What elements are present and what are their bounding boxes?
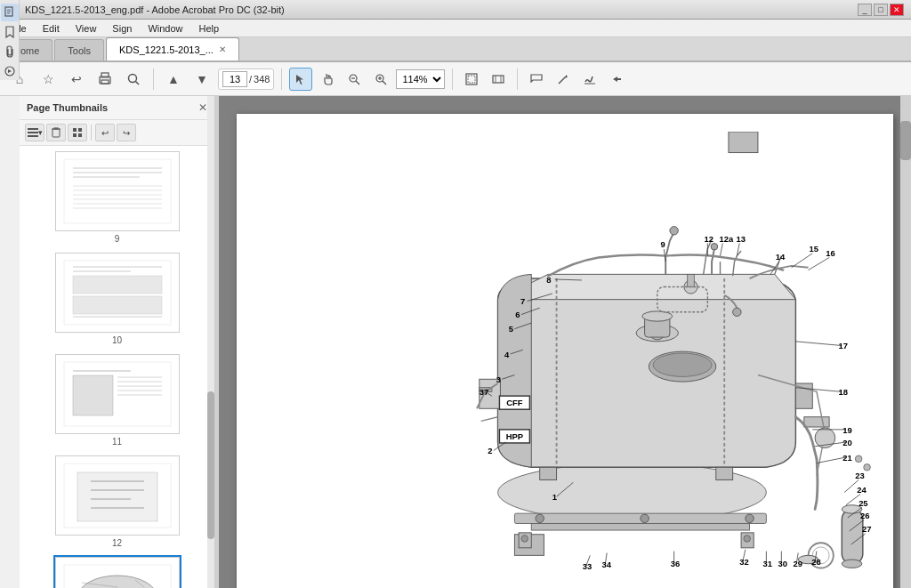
svg-text:3: 3 — [496, 375, 501, 384]
toolbar-sep-2 — [281, 68, 282, 90]
menu-sign[interactable]: Sign — [105, 21, 139, 36]
tab-doc[interactable]: KDS_1221.5-2013_... ✕ — [106, 37, 239, 60]
toolbar-fit-width-btn[interactable] — [487, 68, 510, 91]
svg-text:36: 36 — [671, 559, 680, 568]
tab-tools[interactable]: Tools — [54, 39, 104, 60]
left-panel-bookmark-btn[interactable] — [1, 23, 19, 41]
svg-rect-25 — [28, 132, 38, 133]
toolbar: ⌂ ☆ ↩ ▲ ▼ / 348 50%75%100%114%125%150%20… — [0, 62, 911, 96]
content-scrollbar[interactable] — [900, 96, 911, 588]
toolbar-hand-tool[interactable] — [316, 68, 339, 91]
toolbar-scroll-down-btn[interactable]: ▼ — [189, 67, 214, 92]
svg-rect-30 — [73, 128, 77, 132]
svg-text:12: 12 — [705, 234, 713, 244]
svg-rect-80 — [795, 383, 812, 408]
svg-line-9 — [383, 81, 386, 85]
svg-text:31: 31 — [763, 559, 772, 568]
thumb-img-11 — [55, 354, 180, 434]
svg-text:25: 25 — [859, 498, 867, 508]
toolbar-zoom-in-tool[interactable] — [369, 68, 392, 91]
thumb-label-10: 10 — [112, 335, 122, 345]
title-bar-text: KDS_1221.5-2013_eng.pdf - Adobe Acrobat … — [25, 4, 285, 15]
sidebar-toolbar: ▾ ↩ ↪ — [20, 120, 214, 146]
thumb-img-10 — [55, 253, 180, 333]
svg-line-143 — [795, 342, 842, 346]
sidebar-redo-btn[interactable]: ↪ — [117, 124, 136, 141]
toolbar-scroll-up-btn[interactable]: ▲ — [161, 67, 186, 92]
left-panel-pages-btn[interactable] — [1, 4, 19, 21]
menu-view[interactable]: View — [69, 21, 104, 36]
svg-rect-29 — [54, 127, 58, 129]
svg-rect-52 — [73, 375, 113, 415]
toolbar-sign-btn[interactable] — [578, 68, 601, 91]
menu-help[interactable]: Help — [192, 21, 227, 36]
toolbar-zoom-out-tool[interactable] — [343, 68, 366, 91]
toolbar-select-tool[interactable] — [289, 68, 312, 91]
svg-text:19: 19 — [842, 425, 851, 435]
sidebar-undo-btn[interactable]: ↩ — [95, 124, 115, 141]
close-button[interactable]: ✕ — [890, 4, 904, 16]
zoom-select[interactable]: 50%75%100%114%125%150%200% — [396, 69, 445, 89]
svg-text:9: 9 — [661, 239, 665, 249]
svg-text:29: 29 — [794, 559, 802, 568]
svg-rect-48 — [73, 296, 162, 314]
svg-line-133 — [720, 243, 722, 255]
sidebar-header: Page Thumbnails ✕ — [20, 96, 214, 120]
toolbar-sep-4 — [517, 68, 518, 90]
thumbnail-13[interactable]: 13 — [20, 557, 214, 588]
toolbar-bookmark-btn[interactable]: ☆ — [36, 67, 60, 92]
toolbar-fit-page-btn[interactable] — [460, 68, 483, 91]
svg-text:27: 27 — [862, 524, 871, 534]
toolbar-search-btn[interactable] — [121, 67, 146, 92]
svg-text:32: 32 — [739, 557, 748, 567]
thumb-img-13 — [55, 557, 180, 588]
thumbnail-9[interactable]: 9 — [20, 151, 214, 244]
thumbnail-12[interactable]: 12 — [20, 455, 214, 548]
svg-line-141 — [809, 257, 830, 270]
menu-edit[interactable]: Edit — [36, 21, 67, 36]
sidebar-options-btn[interactable]: ▾ — [25, 124, 44, 141]
svg-rect-34 — [64, 159, 171, 223]
toolbar-comment-btn[interactable] — [525, 68, 548, 91]
svg-point-87 — [746, 514, 754, 522]
toolbar-draw-btn[interactable] — [552, 68, 575, 91]
svg-text:18: 18 — [838, 387, 847, 397]
pdf-content-area[interactable]: CFF HPP 1 2 3 4 — [219, 96, 911, 588]
tab-bar: Home Tools KDS_1221.5-2013_... ✕ — [0, 37, 911, 62]
svg-point-88 — [641, 514, 649, 522]
toolbar-sep-1 — [153, 68, 154, 90]
toolbar-print-btn[interactable] — [93, 67, 117, 92]
svg-text:14: 14 — [776, 252, 786, 262]
svg-rect-83 — [716, 467, 733, 479]
maximize-button[interactable]: □ — [874, 4, 888, 16]
toolbar-share-btn[interactable] — [605, 68, 628, 91]
menu-bar: File Edit View Sign Window Help — [0, 20, 911, 37]
tab-close-icon[interactable]: ✕ — [219, 44, 226, 54]
svg-rect-85 — [531, 523, 749, 530]
toolbar-back-btn[interactable]: ↩ — [64, 67, 89, 92]
left-panel-attach-btn[interactable] — [1, 43, 19, 60]
svg-point-100 — [855, 455, 862, 463]
svg-text:23: 23 — [855, 471, 864, 480]
svg-point-79 — [733, 308, 741, 316]
sidebar-thumbnails[interactable]: 9 10 — [20, 146, 214, 588]
sidebar-scrollbar[interactable] — [207, 96, 214, 588]
sidebar-grid-btn[interactable] — [68, 124, 87, 141]
sidebar: Page Thumbnails ✕ ▾ ↩ ↪ — [20, 96, 215, 588]
thumbnail-10[interactable]: 10 — [20, 253, 214, 345]
svg-text:13: 13 — [736, 234, 745, 244]
svg-text:20: 20 — [842, 438, 851, 447]
svg-text:17: 17 — [838, 341, 847, 350]
thumbnail-11[interactable]: 11 — [20, 354, 214, 447]
content-scrollbar-thumb[interactable] — [900, 121, 911, 160]
svg-text:37: 37 — [480, 387, 488, 397]
left-panel-nav-btn[interactable] — [1, 62, 19, 80]
sidebar-scrollbar-thumb[interactable] — [207, 391, 214, 539]
menu-window[interactable]: Window — [141, 21, 189, 36]
page-number-input[interactable] — [222, 71, 247, 87]
svg-text:7: 7 — [520, 296, 525, 306]
sidebar-delete-btn[interactable] — [46, 124, 66, 141]
sidebar-close-btn[interactable]: ✕ — [198, 101, 207, 114]
svg-text:28: 28 — [811, 557, 820, 567]
minimize-button[interactable]: _ — [858, 4, 872, 16]
